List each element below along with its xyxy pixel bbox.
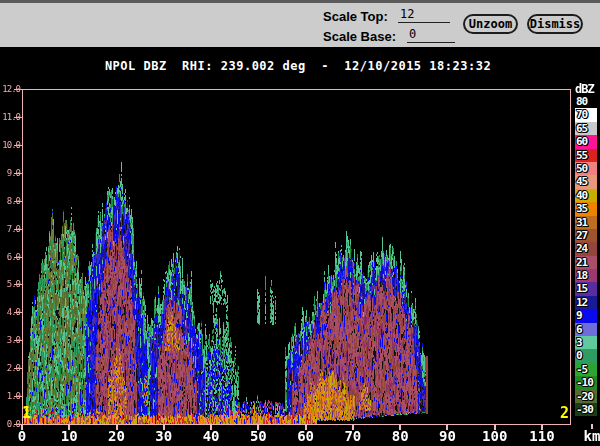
colorbar-cell: 0 [575, 349, 597, 362]
x-tick-label: 50 [236, 428, 280, 444]
colorbar-cell-label: -5 [576, 363, 587, 376]
radar-app-window: Scale Top: Scale Base: Unzoom Dismiss NP… [0, 0, 600, 446]
colorbar-cell: -30 [575, 403, 597, 416]
x-tick-label: 80 [378, 428, 422, 444]
colorbar-cell: -10 [575, 376, 597, 389]
toolbar: Scale Top: Scale Base: Unzoom Dismiss [0, 0, 600, 47]
colorbar-cell: 60 [575, 135, 597, 148]
colorbar-cell-label: 24 [576, 242, 587, 255]
colorbar-cell: 70 [575, 108, 597, 121]
y-tick-label: 6.0 [0, 252, 20, 262]
colorbar-cell: 55 [575, 149, 597, 162]
colorbar-cell-label: 31 [576, 216, 587, 229]
colorbar-cell-label: 40 [576, 189, 587, 202]
colorbar-cell-label: -10 [576, 376, 593, 389]
colorbar-cell-label: 6 [576, 323, 582, 336]
colorbar-cell-label: -20 [576, 390, 593, 403]
scale-base-label: Scale Base: [323, 29, 396, 44]
colorbar-cell-label: 18 [576, 269, 587, 282]
colorbar-cell: -20 [575, 390, 597, 403]
colorbar-cell-label: 60 [576, 135, 587, 148]
colorbar-cell-label: 0 [576, 349, 582, 362]
colorbar-cell: 40 [575, 189, 597, 202]
x-tick-label: 100 [473, 428, 517, 444]
colorbar-cell: 27 [575, 229, 597, 242]
colorbar-cell-label: 9 [576, 309, 582, 322]
y-tick-label: 1.0 [0, 391, 20, 401]
plot-frame [22, 89, 571, 425]
colorbar-cell: -5 [575, 363, 597, 376]
colorbar-cell-label: 35 [576, 202, 587, 215]
colorbar-cell: 24 [575, 242, 597, 255]
y-tick-label: 8.0 [0, 196, 20, 206]
colorbar-cell: 35 [575, 202, 597, 215]
x-tick-label: 0 [0, 428, 44, 444]
dbz-colorbar: dBZ 807065605550454035312724211815129630… [575, 84, 599, 416]
colorbar-cell-label: 55 [576, 149, 587, 162]
unzoom-button[interactable]: Unzoom [463, 14, 518, 34]
colorbar-cell-label: 80 [576, 95, 587, 108]
zoom-marker-2: 2 [560, 404, 569, 422]
colorbar-title: dBZ [575, 84, 599, 95]
x-tick-label: 10 [47, 428, 91, 444]
colorbar-cell: 65 [575, 122, 597, 135]
colorbar-cell-label: 50 [576, 162, 587, 175]
colorbar-cell-label: 3 [576, 336, 582, 349]
y-tick-label: 3.0 [0, 335, 20, 345]
colorbar-cell: 9 [575, 309, 597, 322]
x-tick-label: 70 [331, 428, 375, 444]
colorbar-cell-label: 15 [576, 282, 587, 295]
colorbar-cell: 45 [575, 175, 597, 188]
y-tick-label: 2.0 [0, 363, 20, 373]
colorbar-cell: 31 [575, 216, 597, 229]
colorbar-cell: 21 [575, 256, 597, 269]
y-tick-label: 7.0 [0, 224, 20, 234]
x-tick-label: 20 [95, 428, 139, 444]
dismiss-button[interactable]: Dismiss [527, 14, 583, 34]
y-tick-label: 4.0 [0, 307, 20, 317]
colorbar-cell: 12 [575, 296, 597, 309]
colorbar-cell: 80 [575, 95, 597, 108]
colorbar-cell: 50 [575, 162, 597, 175]
colorbar-cell-label: 45 [576, 175, 587, 188]
x-tick-label: 30 [142, 428, 186, 444]
x-tick-label: 40 [189, 428, 233, 444]
colorbar-cell: 6 [575, 323, 597, 336]
colorbar-cell: 3 [575, 336, 597, 349]
colorbar-cell-label: 12 [576, 296, 587, 309]
plot-title: NPOL DBZ RHI: 239.002 deg - 12/10/2015 1… [0, 59, 596, 73]
y-tick-label: 5.0 [0, 279, 20, 289]
colorbar-cell-label: 65 [576, 122, 587, 135]
y-tick-label: 12.0 [0, 84, 20, 94]
y-tick-label: 10.0 [0, 140, 20, 150]
colorbar-cell-label: 21 [576, 256, 587, 269]
scale-base-input[interactable] [407, 27, 455, 43]
zoom-marker-1: 1 [22, 404, 31, 422]
y-tick-label: 9.0 [0, 168, 20, 178]
x-axis-unit: km [570, 428, 600, 444]
colorbar-cell: 18 [575, 269, 597, 282]
colorbar-cell-label: 27 [576, 229, 587, 242]
colorbar-cells: 807065605550454035312724211815129630-5-1… [575, 95, 599, 416]
x-tick-label: 110 [520, 428, 564, 444]
x-tick-label: 90 [425, 428, 469, 444]
colorbar-cell: 15 [575, 282, 597, 295]
scale-top-label: Scale Top: [323, 9, 388, 24]
y-tick-label: 11.0 [0, 112, 20, 122]
colorbar-cell-label: -30 [576, 403, 593, 416]
colorbar-cell-label: 70 [576, 108, 587, 121]
x-tick-label: 60 [284, 428, 328, 444]
scale-top-input[interactable] [398, 7, 450, 23]
